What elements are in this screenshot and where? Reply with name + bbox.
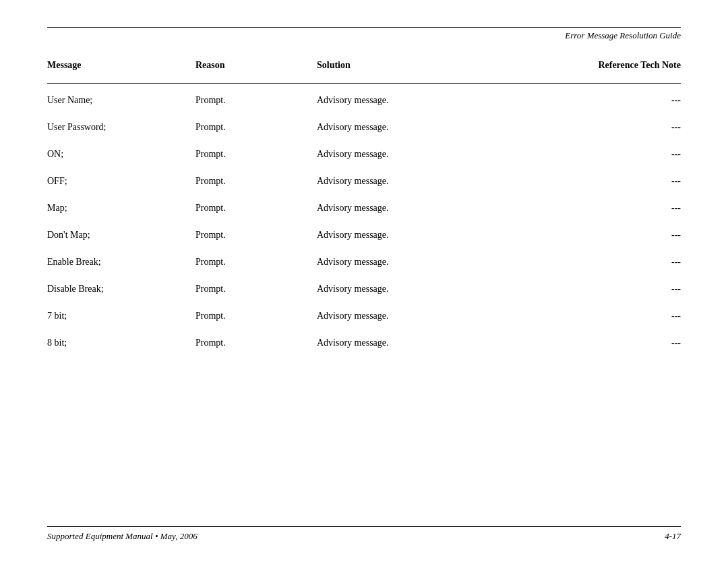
row-message: Map;	[47, 201, 195, 215]
row-reason: Prompt.	[195, 309, 317, 323]
footer-left: Supported Equipment Manual • May, 2006	[47, 531, 198, 542]
row-message: User Password;	[47, 121, 195, 134]
row-message: Enable Break;	[47, 255, 195, 269]
row-solution: Advisory message.	[317, 121, 506, 134]
table-row: ON; Prompt. Advisory message. ---	[47, 141, 681, 168]
row-reference: ---	[506, 201, 681, 215]
top-rule	[47, 27, 681, 28]
row-reference: ---	[506, 336, 681, 350]
row-solution: Advisory message.	[317, 228, 506, 242]
col-reason: Reason	[195, 60, 317, 71]
footer-rule	[47, 526, 681, 527]
col-solution: Solution	[317, 60, 506, 71]
table-row: Don't Map; Prompt. Advisory message. ---	[47, 222, 681, 249]
row-solution: Advisory message.	[317, 175, 506, 188]
table-row: OFF; Prompt. Advisory message. ---	[47, 168, 681, 195]
table-row: User Password; Prompt. Advisory message.…	[47, 114, 681, 141]
row-reason: Prompt.	[195, 336, 317, 350]
row-message: Disable Break;	[47, 282, 195, 296]
row-message: 8 bit;	[47, 336, 195, 350]
page-header: Error Message Resolution Guide	[47, 30, 681, 41]
header-title: Error Message Resolution Guide	[565, 30, 681, 41]
table-header: Message Reason Solution Reference Tech N…	[47, 55, 681, 76]
row-reference: ---	[506, 309, 681, 323]
footer-line: Supported Equipment Manual • May, 2006 4…	[47, 531, 681, 542]
row-solution: Advisory message.	[317, 201, 506, 215]
row-solution: Advisory message.	[317, 282, 506, 296]
row-reference: ---	[506, 228, 681, 242]
row-message: ON;	[47, 148, 195, 161]
table-divider	[47, 83, 681, 84]
row-reason: Prompt.	[195, 282, 317, 296]
row-message: User Name;	[47, 94, 195, 107]
table-row: 8 bit; Prompt. Advisory message. ---	[47, 330, 681, 356]
row-reason: Prompt.	[195, 255, 317, 269]
row-message: Don't Map;	[47, 228, 195, 242]
row-reason: Prompt.	[195, 201, 317, 215]
row-reason: Prompt.	[195, 121, 317, 134]
table-row: User Name; Prompt. Advisory message. ---	[47, 87, 681, 114]
col-message: Message	[47, 60, 195, 71]
table-row: Disable Break; Prompt. Advisory message.…	[47, 276, 681, 303]
row-reference: ---	[506, 94, 681, 107]
table-row: Enable Break; Prompt. Advisory message. …	[47, 249, 681, 276]
row-message: OFF;	[47, 175, 195, 188]
row-solution: Advisory message.	[317, 94, 506, 107]
row-reference: ---	[506, 121, 681, 134]
table-row: Map; Prompt. Advisory message. ---	[47, 195, 681, 222]
row-reference: ---	[506, 255, 681, 269]
row-reason: Prompt.	[195, 94, 317, 107]
table-row: 7 bit; Prompt. Advisory message. ---	[47, 303, 681, 330]
row-reference: ---	[506, 148, 681, 161]
row-reason: Prompt.	[195, 175, 317, 188]
row-message: 7 bit;	[47, 309, 195, 323]
row-reference: ---	[506, 282, 681, 296]
footer-right: 4-17	[665, 531, 681, 542]
col-reference: Reference Tech Note	[506, 60, 681, 71]
row-solution: Advisory message.	[317, 148, 506, 161]
table-container: Message Reason Solution Reference Tech N…	[47, 55, 681, 356]
row-reference: ---	[506, 175, 681, 188]
page-container: Error Message Resolution Guide Message R…	[0, 0, 728, 562]
row-reason: Prompt.	[195, 148, 317, 161]
row-solution: Advisory message.	[317, 255, 506, 269]
row-solution: Advisory message.	[317, 309, 506, 323]
footer: Supported Equipment Manual • May, 2006 4…	[47, 526, 681, 542]
row-reason: Prompt.	[195, 228, 317, 242]
row-solution: Advisory message.	[317, 336, 506, 350]
